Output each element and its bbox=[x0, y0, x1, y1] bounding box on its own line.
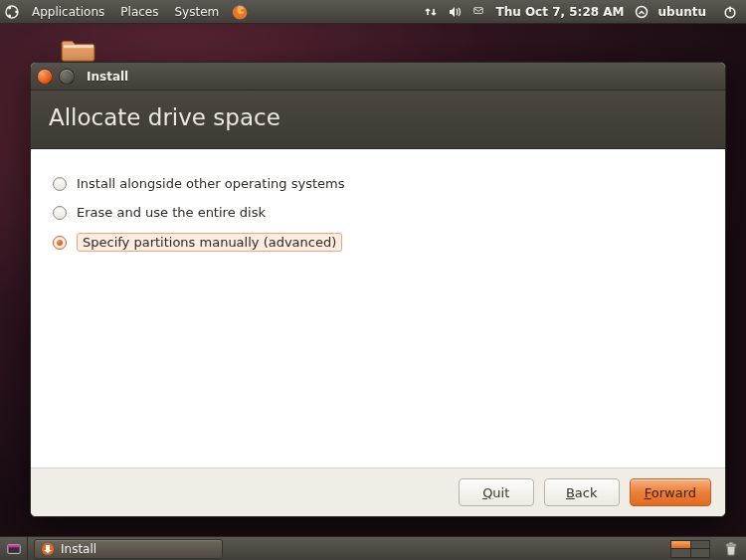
option-install-alongside[interactable]: Install alongside other operating system… bbox=[53, 169, 703, 198]
workspace-1[interactable] bbox=[671, 541, 690, 549]
bottom-panel: Install bbox=[0, 536, 746, 560]
back-button[interactable]: Back bbox=[544, 478, 620, 506]
trash-icon[interactable] bbox=[720, 538, 742, 560]
option-label: Specify partitions manually (advanced) bbox=[77, 233, 342, 252]
user-name[interactable]: ubuntu bbox=[658, 5, 707, 19]
svg-rect-8 bbox=[64, 45, 93, 48]
forward-button[interactable]: Forward bbox=[630, 478, 711, 506]
svg-point-3 bbox=[8, 14, 11, 17]
workspace-3[interactable] bbox=[671, 549, 690, 557]
options-area: Install alongside other operating system… bbox=[31, 149, 725, 467]
option-manual-partition[interactable]: Specify partitions manually (advanced) bbox=[53, 227, 703, 258]
window-titlebar[interactable]: Install bbox=[31, 63, 725, 91]
window-close-button[interactable] bbox=[37, 69, 53, 85]
radio-icon[interactable] bbox=[53, 177, 67, 191]
option-label: Erase and use the entire disk bbox=[77, 204, 266, 221]
svg-rect-10 bbox=[7, 544, 19, 547]
svg-rect-14 bbox=[729, 542, 733, 544]
workspace-2[interactable] bbox=[691, 541, 710, 549]
power-icon[interactable] bbox=[720, 2, 740, 22]
network-icon[interactable] bbox=[424, 5, 438, 19]
window-footer: Quit Back Forward bbox=[31, 467, 725, 516]
ubuntu-logo-icon[interactable] bbox=[0, 0, 24, 24]
install-app-icon bbox=[41, 542, 55, 556]
system-tray: Thu Oct 7, 5:28 AM ubuntu bbox=[418, 2, 746, 22]
svg-point-2 bbox=[8, 6, 11, 9]
top-panel: Applications Places System Thu Oct 7, 5:… bbox=[0, 0, 746, 24]
menu-system[interactable]: System bbox=[166, 5, 227, 19]
taskbar-item-install[interactable]: Install bbox=[34, 539, 223, 559]
option-erase-disk[interactable]: Erase and use the entire disk bbox=[53, 198, 703, 227]
page-heading: Allocate drive space bbox=[31, 91, 725, 149]
quit-button[interactable]: Quit bbox=[459, 478, 534, 506]
workspace-4[interactable] bbox=[691, 549, 710, 557]
show-desktop-button[interactable] bbox=[0, 537, 28, 561]
session-icon[interactable] bbox=[635, 5, 649, 19]
svg-point-1 bbox=[15, 10, 18, 13]
radio-icon[interactable] bbox=[53, 206, 67, 220]
menu-places[interactable]: Places bbox=[112, 5, 166, 19]
volume-icon[interactable] bbox=[448, 5, 462, 19]
svg-rect-5 bbox=[474, 7, 483, 13]
radio-icon[interactable] bbox=[53, 236, 67, 250]
option-label: Install alongside other operating system… bbox=[77, 175, 344, 192]
svg-rect-12 bbox=[46, 545, 50, 550]
menu-applications[interactable]: Applications bbox=[24, 5, 112, 19]
window-minimize-button[interactable] bbox=[59, 69, 75, 85]
taskbar-item-label: Install bbox=[61, 542, 96, 556]
workspace-switcher[interactable] bbox=[670, 540, 710, 558]
mail-icon[interactable] bbox=[471, 5, 485, 19]
firefox-icon[interactable] bbox=[231, 3, 249, 21]
folder-icon[interactable] bbox=[60, 36, 97, 64]
install-window: Install Allocate drive space Install alo… bbox=[30, 62, 726, 517]
window-title: Install bbox=[81, 70, 128, 84]
clock[interactable]: Thu Oct 7, 5:28 AM bbox=[495, 5, 624, 19]
